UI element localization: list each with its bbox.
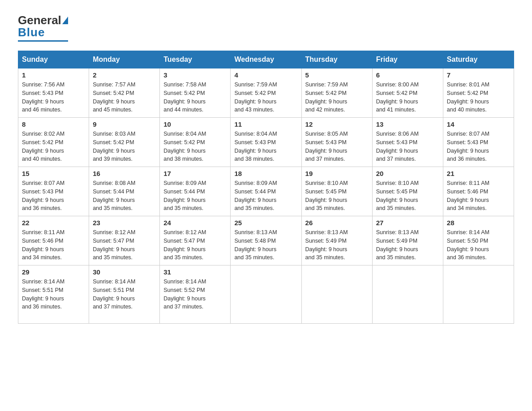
day-number: 12 xyxy=(305,120,369,128)
day-number: 23 xyxy=(93,219,156,227)
day-number: 20 xyxy=(376,170,439,177)
calendar-cell: 25Sunrise: 8:13 AMSunset: 5:48 PMDayligh… xyxy=(231,216,301,265)
day-info: Sunrise: 8:13 AMSunset: 5:49 PMDaylight:… xyxy=(376,228,439,262)
day-number: 11 xyxy=(234,120,297,128)
day-info: Sunrise: 8:03 AMSunset: 5:42 PMDaylight:… xyxy=(93,130,156,163)
weekday-header-row: SundayMondayTuesdayWednesdayThursdayFrid… xyxy=(18,51,514,68)
day-info: Sunrise: 8:14 AMSunset: 5:52 PMDaylight:… xyxy=(163,278,227,311)
day-info: Sunrise: 8:07 AMSunset: 5:43 PMDaylight:… xyxy=(22,179,85,213)
calendar-cell: 23Sunrise: 8:12 AMSunset: 5:47 PMDayligh… xyxy=(89,216,160,265)
day-number: 28 xyxy=(447,219,510,227)
calendar-cell: 26Sunrise: 8:13 AMSunset: 5:49 PMDayligh… xyxy=(301,216,372,265)
calendar-week-1: 1Sunrise: 7:56 AMSunset: 5:43 PMDaylight… xyxy=(18,68,514,118)
weekday-header-wednesday: Wednesday xyxy=(231,51,301,68)
day-number: 5 xyxy=(305,71,369,79)
day-number: 7 xyxy=(447,71,510,79)
day-number: 6 xyxy=(376,71,439,79)
day-number: 19 xyxy=(305,170,369,177)
page-header: General Blue xyxy=(18,13,514,42)
day-number: 21 xyxy=(447,170,510,177)
weekday-header-monday: Monday xyxy=(89,51,160,68)
calendar-cell: 20Sunrise: 8:10 AMSunset: 5:45 PMDayligh… xyxy=(372,167,443,216)
calendar-cell: 22Sunrise: 8:11 AMSunset: 5:46 PMDayligh… xyxy=(18,216,89,265)
calendar-body: 1Sunrise: 7:56 AMSunset: 5:43 PMDaylight… xyxy=(18,68,514,324)
calendar-cell: 2Sunrise: 7:57 AMSunset: 5:42 PMDaylight… xyxy=(89,68,160,118)
calendar-cell xyxy=(301,265,372,324)
day-info: Sunrise: 8:08 AMSunset: 5:44 PMDaylight:… xyxy=(93,179,156,213)
day-number: 10 xyxy=(163,120,227,128)
weekday-header-tuesday: Tuesday xyxy=(160,51,231,68)
calendar-cell: 15Sunrise: 8:07 AMSunset: 5:43 PMDayligh… xyxy=(18,167,89,216)
calendar-cell: 18Sunrise: 8:09 AMSunset: 5:44 PMDayligh… xyxy=(231,167,301,216)
day-number: 26 xyxy=(305,219,369,227)
calendar-cell: 11Sunrise: 8:04 AMSunset: 5:43 PMDayligh… xyxy=(231,118,301,167)
day-info: Sunrise: 8:12 AMSunset: 5:47 PMDaylight:… xyxy=(163,228,227,262)
calendar-cell: 10Sunrise: 8:04 AMSunset: 5:42 PMDayligh… xyxy=(160,118,231,167)
day-info: Sunrise: 8:07 AMSunset: 5:43 PMDaylight:… xyxy=(447,130,510,163)
calendar-cell: 7Sunrise: 8:01 AMSunset: 5:42 PMDaylight… xyxy=(443,68,514,118)
day-info: Sunrise: 7:56 AMSunset: 5:43 PMDaylight:… xyxy=(22,81,85,114)
day-info: Sunrise: 7:59 AMSunset: 5:42 PMDaylight:… xyxy=(234,81,297,114)
day-info: Sunrise: 8:04 AMSunset: 5:43 PMDaylight:… xyxy=(234,130,297,163)
day-number: 13 xyxy=(376,120,439,128)
day-info: Sunrise: 8:11 AMSunset: 5:46 PMDaylight:… xyxy=(22,228,85,262)
day-number: 18 xyxy=(234,170,297,177)
calendar-cell: 3Sunrise: 7:58 AMSunset: 5:42 PMDaylight… xyxy=(160,68,231,118)
day-number: 15 xyxy=(22,170,85,177)
day-info: Sunrise: 7:59 AMSunset: 5:42 PMDaylight:… xyxy=(305,81,369,114)
calendar-cell: 9Sunrise: 8:03 AMSunset: 5:42 PMDaylight… xyxy=(89,118,160,167)
calendar-table: SundayMondayTuesdayWednesdayThursdayFrid… xyxy=(18,51,514,324)
day-info: Sunrise: 8:06 AMSunset: 5:43 PMDaylight:… xyxy=(376,130,439,163)
logo-blue-word: Blue xyxy=(18,26,45,39)
calendar-cell: 12Sunrise: 8:05 AMSunset: 5:43 PMDayligh… xyxy=(301,118,372,167)
calendar-cell: 27Sunrise: 8:13 AMSunset: 5:49 PMDayligh… xyxy=(372,216,443,265)
calendar-cell xyxy=(231,265,301,324)
day-number: 31 xyxy=(163,268,227,276)
day-info: Sunrise: 8:09 AMSunset: 5:44 PMDaylight:… xyxy=(163,179,227,213)
logo: General Blue xyxy=(18,13,68,42)
day-info: Sunrise: 7:58 AMSunset: 5:42 PMDaylight:… xyxy=(163,81,227,114)
day-info: Sunrise: 8:14 AMSunset: 5:51 PMDaylight:… xyxy=(22,278,85,311)
calendar-cell: 14Sunrise: 8:07 AMSunset: 5:43 PMDayligh… xyxy=(443,118,514,167)
day-number: 4 xyxy=(234,71,297,79)
calendar-cell: 29Sunrise: 8:14 AMSunset: 5:51 PMDayligh… xyxy=(18,265,89,324)
day-info: Sunrise: 8:05 AMSunset: 5:43 PMDaylight:… xyxy=(305,130,369,163)
calendar-cell: 4Sunrise: 7:59 AMSunset: 5:42 PMDaylight… xyxy=(231,68,301,118)
day-info: Sunrise: 8:04 AMSunset: 5:42 PMDaylight:… xyxy=(163,130,227,163)
weekday-header-friday: Friday xyxy=(372,51,443,68)
weekday-header-saturday: Saturday xyxy=(443,51,514,68)
calendar-cell: 8Sunrise: 8:02 AMSunset: 5:42 PMDaylight… xyxy=(18,118,89,167)
day-number: 17 xyxy=(163,170,227,177)
calendar-cell: 6Sunrise: 8:00 AMSunset: 5:42 PMDaylight… xyxy=(372,68,443,118)
calendar-week-4: 22Sunrise: 8:11 AMSunset: 5:46 PMDayligh… xyxy=(18,216,514,265)
calendar-cell: 1Sunrise: 7:56 AMSunset: 5:43 PMDaylight… xyxy=(18,68,89,118)
calendar-week-3: 15Sunrise: 8:07 AMSunset: 5:43 PMDayligh… xyxy=(18,167,514,216)
calendar-cell: 5Sunrise: 7:59 AMSunset: 5:42 PMDaylight… xyxy=(301,68,372,118)
day-info: Sunrise: 8:13 AMSunset: 5:48 PMDaylight:… xyxy=(234,228,297,262)
day-number: 24 xyxy=(163,219,227,227)
calendar-cell: 19Sunrise: 8:10 AMSunset: 5:45 PMDayligh… xyxy=(301,167,372,216)
day-info: Sunrise: 8:00 AMSunset: 5:42 PMDaylight:… xyxy=(376,81,439,114)
calendar-cell: 24Sunrise: 8:12 AMSunset: 5:47 PMDayligh… xyxy=(160,216,231,265)
calendar-week-5: 29Sunrise: 8:14 AMSunset: 5:51 PMDayligh… xyxy=(18,265,514,324)
calendar-cell xyxy=(372,265,443,324)
weekday-header-thursday: Thursday xyxy=(301,51,372,68)
day-number: 29 xyxy=(22,268,85,276)
day-info: Sunrise: 8:12 AMSunset: 5:47 PMDaylight:… xyxy=(93,228,156,262)
calendar-cell: 30Sunrise: 8:14 AMSunset: 5:51 PMDayligh… xyxy=(89,265,160,324)
day-info: Sunrise: 8:10 AMSunset: 5:45 PMDaylight:… xyxy=(305,179,369,213)
logo-arrow-icon xyxy=(62,17,68,24)
day-number: 2 xyxy=(93,71,156,79)
day-info: Sunrise: 8:02 AMSunset: 5:42 PMDaylight:… xyxy=(22,130,85,163)
logo-underline xyxy=(18,40,68,42)
calendar-cell: 28Sunrise: 8:14 AMSunset: 5:50 PMDayligh… xyxy=(443,216,514,265)
calendar-cell: 16Sunrise: 8:08 AMSunset: 5:44 PMDayligh… xyxy=(89,167,160,216)
calendar-cell: 31Sunrise: 8:14 AMSunset: 5:52 PMDayligh… xyxy=(160,265,231,324)
day-number: 1 xyxy=(22,71,85,79)
day-number: 8 xyxy=(22,120,85,128)
day-info: Sunrise: 8:09 AMSunset: 5:44 PMDaylight:… xyxy=(234,179,297,213)
day-number: 16 xyxy=(93,170,156,177)
day-number: 9 xyxy=(93,120,156,128)
calendar-cell: 13Sunrise: 8:06 AMSunset: 5:43 PMDayligh… xyxy=(372,118,443,167)
day-info: Sunrise: 8:14 AMSunset: 5:51 PMDaylight:… xyxy=(93,278,156,311)
